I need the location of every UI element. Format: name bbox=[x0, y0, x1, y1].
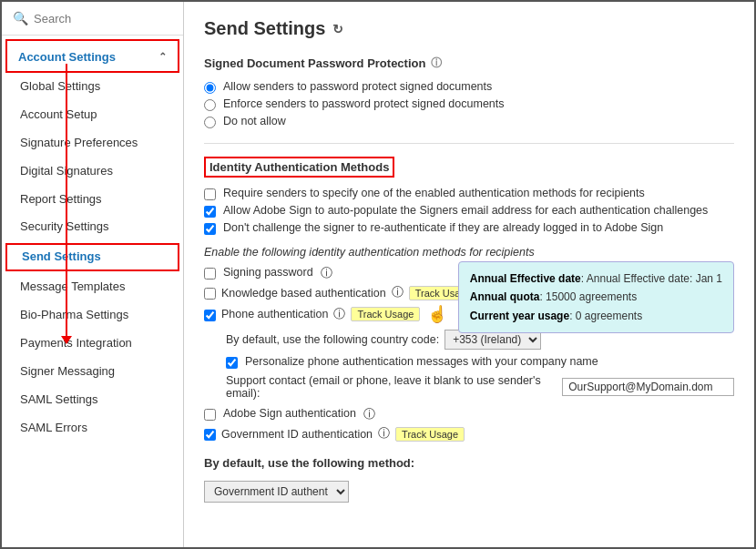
tooltip-annual-quota: Annual quota: 15000 agreements bbox=[470, 288, 722, 306]
password-protection-options: Allow senders to password protect signed… bbox=[204, 78, 734, 130]
identity-auth-checkboxes: Require senders to specify one of the en… bbox=[204, 185, 734, 237]
track-usage-tooltip: Annual Effective date: Annual Effective … bbox=[458, 261, 734, 333]
identity-auth-title: Identity Authentication Methods bbox=[204, 157, 394, 178]
info-icon-password: ⓘ bbox=[431, 56, 442, 71]
sidebar-item-payments-integration[interactable]: Payments Integration bbox=[2, 330, 183, 358]
tooltip-current-usage: Current year usage: 0 agreements bbox=[470, 307, 722, 325]
sidebar-nav: Account Settings ⌃ Global Settings Accou… bbox=[2, 36, 183, 547]
personalize-label: Personalize phone authentication message… bbox=[245, 355, 598, 368]
support-contact-input[interactable] bbox=[562, 378, 734, 396]
track-usage-phone-button[interactable]: Track Usage bbox=[351, 307, 420, 321]
search-bar[interactable]: 🔍 bbox=[2, 2, 183, 36]
radio-allow[interactable]: Allow senders to password protect signed… bbox=[204, 78, 734, 96]
checkbox-require-methods[interactable]: Require senders to specify one of the en… bbox=[204, 185, 734, 202]
radio-do-not-allow[interactable]: Do not allow bbox=[204, 113, 734, 130]
default-method-title: By default, use the following method: bbox=[204, 456, 734, 470]
red-arrow-indicator bbox=[66, 64, 67, 337]
info-icon-signing-password: ⓘ bbox=[321, 266, 332, 281]
sidebar-item-bio-pharma-settings[interactable]: Bio-Pharma Settings bbox=[2, 301, 183, 330]
search-input[interactable] bbox=[34, 12, 172, 25]
account-settings-label: Account Settings bbox=[18, 50, 116, 64]
support-contact-row: Support contact (email or phone, leave i… bbox=[226, 374, 734, 400]
info-icon-phone-auth: ⓘ bbox=[333, 307, 345, 322]
page-title-text: Send Settings bbox=[204, 18, 325, 39]
refresh-icon[interactable]: ↻ bbox=[332, 22, 343, 36]
phone-auth-suboptions: By default, use the following country co… bbox=[226, 330, 734, 400]
checkbox-adobe-sign-auth[interactable]: Adobe Sign authentication ⓘ bbox=[204, 405, 734, 424]
info-icon-gov-id: ⓘ bbox=[378, 426, 390, 442]
support-contact-label: Support contact (email or phone, leave i… bbox=[226, 374, 557, 400]
checkbox-personalize[interactable]: Personalize phone authentication message… bbox=[226, 353, 734, 371]
do-not-allow-label: Do not allow bbox=[223, 115, 286, 127]
sidebar-item-digital-signatures[interactable]: Digital Signatures bbox=[2, 158, 183, 186]
page-title: Send Settings ↻ bbox=[204, 18, 734, 39]
sidebar-item-security-settings[interactable]: Security Settings bbox=[2, 213, 183, 241]
sidebar-item-signer-messaging[interactable]: Signer Messaging bbox=[2, 358, 183, 386]
track-usage-gov-id-button[interactable]: Track Usage bbox=[395, 427, 465, 442]
info-icon-adobe-auth: ⓘ bbox=[363, 407, 375, 422]
search-icon: 🔍 bbox=[13, 11, 28, 25]
sidebar-item-report-settings[interactable]: Report Settings bbox=[2, 186, 183, 214]
sidebar-item-account-settings[interactable]: Account Settings ⌃ bbox=[5, 39, 179, 73]
sidebar-item-saml-errors[interactable]: SAML Errors bbox=[2, 414, 183, 442]
checkbox-dont-challenge[interactable]: Don't challenge the signer to re-authent… bbox=[204, 219, 734, 237]
sidebar-item-message-templates[interactable]: Message Templates bbox=[2, 273, 183, 301]
chevron-up-icon: ⌃ bbox=[158, 51, 167, 63]
enable-methods-label: Enable the following identity authentica… bbox=[204, 246, 734, 259]
password-protection-title: Signed Document Password Protection ⓘ bbox=[204, 56, 734, 71]
info-icon-kba: ⓘ bbox=[392, 285, 404, 300]
default-method-section: By default, use the following method: Go… bbox=[204, 456, 734, 503]
checkbox-auto-populate[interactable]: Allow Adobe Sign to auto-populate the Si… bbox=[204, 202, 734, 219]
cursor-hand-icon: ☝ bbox=[427, 304, 447, 324]
checkbox-gov-id-auth[interactable]: Government ID authentication ⓘ Track Usa… bbox=[204, 424, 734, 443]
sidebar: 🔍 Account Settings ⌃ Global Settings Acc… bbox=[2, 2, 184, 547]
default-method-select[interactable]: Government ID authent bbox=[204, 481, 349, 503]
sidebar-item-account-setup[interactable]: Account Setup bbox=[2, 101, 183, 129]
sidebar-item-send-settings[interactable]: Send Settings bbox=[5, 243, 179, 271]
sidebar-item-signature-preferences[interactable]: Signature Preferences bbox=[2, 129, 183, 158]
radio-enforce[interactable]: Enforce senders to password protect sign… bbox=[204, 96, 734, 113]
country-code-label: By default, use the following country co… bbox=[226, 333, 439, 346]
sidebar-item-global-settings[interactable]: Global Settings bbox=[2, 73, 183, 101]
tooltip-annual-effective: Annual Effective date: Annual Effective … bbox=[470, 269, 722, 288]
section-divider-1 bbox=[204, 143, 734, 144]
sidebar-item-saml-settings[interactable]: SAML Settings bbox=[2, 386, 183, 414]
